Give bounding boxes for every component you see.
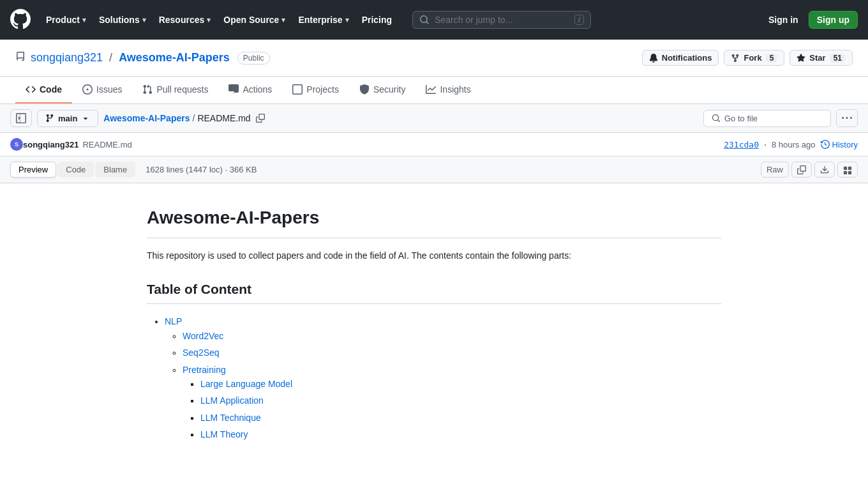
sign-up-button[interactable]: Sign up — [809, 11, 858, 29]
commit-row: S songqiang321 README.md 231cda0 · 8 hou… — [0, 133, 868, 156]
tab-code[interactable]: Code — [15, 77, 72, 103]
fork-label: Fork — [744, 53, 761, 63]
list-item: LLM Application — [200, 393, 721, 408]
preview-tab[interactable]: Preview — [10, 162, 56, 178]
star-count: 51 — [830, 54, 846, 63]
toc-llm-tech-link[interactable]: LLM Technique — [200, 413, 261, 423]
repo-icon — [15, 52, 26, 64]
tab-pull-requests[interactable]: Pull requests — [132, 77, 218, 103]
search-input[interactable] — [435, 15, 569, 25]
nav-pricing-label: Pricing — [362, 15, 392, 25]
breadcrumb-file: README.md — [197, 113, 250, 123]
file-toolbar: main Awesome-AI-Papers / README.md Go to… — [0, 104, 868, 133]
breadcrumb-repo-link[interactable]: Awesome-AI-Papers — [103, 113, 190, 123]
toc-llm-app-link[interactable]: LLM Application — [200, 395, 264, 406]
github-logo[interactable] — [10, 9, 31, 31]
repo-owner-link[interactable]: songqiang321 — [31, 51, 103, 65]
repo-sep: / — [109, 51, 112, 65]
tab-code-label: Code — [40, 84, 62, 95]
nav-product-chevron: ▾ — [82, 16, 86, 24]
tab-issues[interactable]: Issues — [72, 77, 132, 103]
nav-enterprise-label: Enterprise — [298, 15, 342, 25]
commit-hash-link[interactable]: 231cda0 — [724, 140, 759, 149]
search-kbd: / — [574, 15, 584, 25]
copy-raw-button[interactable] — [791, 162, 812, 178]
nav-open-source[interactable]: Open Source ▾ — [218, 11, 290, 29]
breadcrumb-separator: / — [192, 113, 195, 123]
nav-solutions[interactable]: Solutions ▾ — [94, 11, 151, 29]
repo-header: songqiang321 / Awesome-AI-Papers Public … — [0, 40, 868, 77]
download-button[interactable] — [814, 162, 835, 178]
insights-icon — [426, 84, 436, 95]
code-icon — [26, 84, 36, 95]
nav-product[interactable]: Product ▾ — [41, 11, 91, 29]
breadcrumb: Awesome-AI-Papers / README.md — [103, 111, 267, 125]
raw-button[interactable]: Raw — [761, 162, 789, 178]
history-link[interactable]: History — [821, 140, 858, 149]
branch-icon — [45, 114, 54, 123]
tab-actions[interactable]: Actions — [218, 77, 282, 103]
ellipsis-icon — [842, 113, 852, 123]
copy-raw-icon — [797, 165, 806, 174]
history-icon — [821, 140, 830, 149]
nav-resources-label: Resources — [159, 15, 205, 25]
nav-items: Product ▾ Solutions ▾ Resources ▾ Open S… — [41, 11, 397, 29]
toc-pretraining-children: Large Language Model LLM Application LLM… — [183, 377, 721, 442]
notifications-label: Notifications — [662, 53, 712, 63]
star-button[interactable]: Star 51 — [789, 50, 853, 66]
branch-selector[interactable]: main — [37, 110, 98, 127]
nav-pricing[interactable]: Pricing — [357, 11, 397, 29]
tab-insights[interactable]: Insights — [415, 77, 481, 103]
file-meta: 1628 lines (1447 loc) · 366 KB — [146, 165, 257, 174]
list-icon — [843, 165, 852, 174]
go-to-file-label: Go to file — [724, 114, 758, 123]
sidebar-toggle-button[interactable] — [10, 109, 32, 127]
doc-title: Awesome-AI-Papers — [147, 204, 721, 238]
list-item: LLM Technique — [200, 411, 721, 425]
star-label: Star — [809, 53, 825, 63]
file-container: Preview Code Blame 1628 lines (1447 loc)… — [0, 156, 868, 473]
toc-seq2seq-link[interactable]: Seq2Seq — [183, 347, 220, 358]
bell-icon — [649, 54, 658, 63]
toc-list: NLP Word2Vec Seq2Seq Pretraining Large L… — [147, 314, 721, 441]
more-options-button[interactable] — [836, 109, 858, 127]
security-icon — [359, 84, 370, 95]
commit-time: 8 hours ago — [772, 140, 816, 149]
repo-name-link[interactable]: Awesome-AI-Papers — [119, 51, 230, 65]
branch-name: main — [58, 114, 77, 123]
toc-word2vec-link[interactable]: Word2Vec — [183, 331, 223, 341]
sidebar-icon — [16, 113, 26, 123]
top-navigation: Product ▾ Solutions ▾ Resources ▾ Open S… — [0, 0, 868, 40]
toc-llm-theory-link[interactable]: LLM Theory — [200, 429, 248, 439]
list-item: Pretraining Large Language Model LLM App… — [183, 363, 721, 442]
code-tab[interactable]: Code — [57, 162, 94, 178]
blame-tab[interactable]: Blame — [95, 162, 135, 178]
copy-icon — [256, 114, 265, 123]
list-item: LLM Theory — [200, 427, 721, 441]
projects-icon — [292, 84, 303, 95]
toc-nlp-link[interactable]: NLP — [165, 316, 182, 326]
sign-in-button[interactable]: Sign in — [763, 11, 804, 28]
tab-insights-label: Insights — [440, 84, 470, 95]
tab-security[interactable]: Security — [349, 77, 416, 103]
star-icon — [797, 54, 805, 63]
nav-product-label: Product — [46, 15, 80, 25]
fork-count: 5 — [766, 54, 778, 63]
nav-resources-chevron: ▾ — [207, 16, 211, 24]
search-bar[interactable]: / — [412, 11, 591, 29]
tab-projects[interactable]: Projects — [282, 77, 349, 103]
nav-enterprise[interactable]: Enterprise ▾ — [293, 11, 354, 29]
toc-pretraining-link[interactable]: Pretraining — [183, 365, 226, 375]
nav-resources[interactable]: Resources ▾ — [154, 11, 216, 29]
go-to-file-button[interactable]: Go to file — [703, 110, 831, 127]
tab-security-label: Security — [373, 84, 406, 95]
nav-solutions-chevron: ▾ — [142, 16, 146, 24]
notifications-button[interactable]: Notifications — [642, 50, 719, 66]
tab-projects-label: Projects — [306, 84, 339, 95]
toc-llm-link[interactable]: Large Language Model — [200, 379, 292, 389]
tab-pr-label: Pull requests — [156, 84, 208, 95]
outline-button[interactable] — [837, 162, 858, 178]
copy-path-button[interactable] — [253, 111, 267, 125]
fork-button[interactable]: Fork 5 — [724, 50, 784, 66]
avatar-initials: S — [15, 141, 19, 148]
